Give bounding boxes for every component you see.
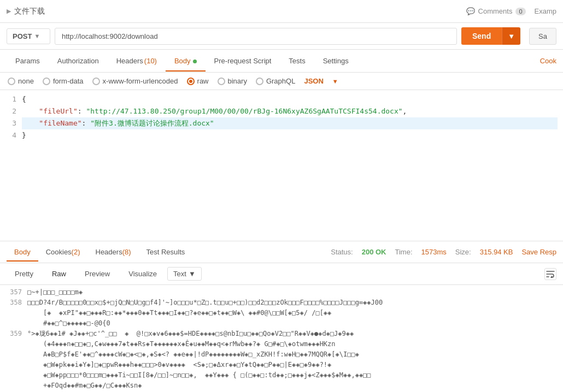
- option-raw[interactable]: raw: [187, 77, 209, 85]
- resp-line-357: 357 □~+|□□□_□□□□m◈: [0, 287, 563, 298]
- line-num-2: 2: [8, 105, 16, 117]
- tab-params[interactable]: Params: [7, 51, 49, 72]
- status-value: 200 OK: [362, 248, 386, 256]
- response-content[interactable]: 357 □~+|□□□_□□□□m◈ 358 □□□D?4r/B□□□□□0□□…: [0, 285, 563, 392]
- example-label[interactable]: Examp: [535, 7, 556, 15]
- request-tabs: Params Authorization Headers(10) Body Pr…: [0, 50, 563, 73]
- editor-content: 1 2 3 4 { "fileUrl": "http://47.113.80.2…: [0, 90, 563, 145]
- url-bar: POST ▼ Send ▼ Sa: [0, 23, 563, 50]
- send-dropdown-button[interactable]: ▼: [502, 27, 520, 45]
- view-tab-visualize[interactable]: Visualize: [120, 266, 165, 281]
- method-label: POST: [13, 32, 32, 40]
- tab-tests[interactable]: Tests: [280, 51, 314, 72]
- status-info: Status: 200 OK Time: 1573ms Size: 315.94…: [331, 248, 556, 256]
- comments-label: Comments: [478, 7, 513, 15]
- option-urlencoded[interactable]: x-www-form-urlencoded: [92, 77, 178, 85]
- comment-icon: 💬: [466, 7, 475, 15]
- main-layout: POST ▼ Send ▼ Sa Params Authorization He…: [0, 23, 563, 392]
- line-num-3: 3: [8, 117, 16, 129]
- code-line-1: {: [22, 93, 558, 105]
- view-tab-pretty[interactable]: Pretty: [7, 266, 42, 281]
- line-num-4: 4: [8, 129, 16, 141]
- response-section: Body Cookies(2) Headers(8) Test Results …: [0, 241, 563, 392]
- breadcrumb: ▶ 文件下载: [7, 7, 45, 16]
- comments-button[interactable]: 💬 Comments 0: [466, 7, 526, 15]
- option-form-data[interactable]: form-data: [43, 77, 84, 85]
- view-tab-preview[interactable]: Preview: [77, 266, 118, 281]
- editor-area[interactable]: 1 2 3 4 { "fileUrl": "http://47.113.80.2…: [0, 90, 563, 241]
- resp-tab-cookies[interactable]: Cookies(2): [38, 243, 88, 262]
- resp-tab-headers[interactable]: Headers(8): [88, 243, 139, 262]
- option-binary[interactable]: binary: [218, 77, 247, 85]
- top-bar-actions: 💬 Comments 0 Examp: [466, 7, 556, 15]
- code-line-4: }: [22, 129, 558, 141]
- code-lines: { "fileUrl": "http://47.113.80.250/group…: [22, 93, 563, 141]
- response-tabs-row: Body Cookies(2) Headers(8) Test Results …: [0, 241, 563, 263]
- radio-none: [8, 78, 15, 85]
- save-response-button[interactable]: Save Resp: [521, 248, 556, 256]
- json-dropdown-icon[interactable]: ▼: [332, 78, 338, 85]
- tab-body[interactable]: Body: [166, 51, 206, 72]
- radio-binary: [218, 78, 225, 85]
- tab-settings[interactable]: Settings: [314, 51, 357, 72]
- resp-line-358: 358 □□□D?4r/B□□□□□0□□x□$+□jQ□N□U□g□f4]'~…: [0, 298, 563, 329]
- method-select[interactable]: POST ▼: [7, 28, 50, 44]
- radio-graphql: [256, 78, 263, 85]
- view-tabs-row: Pretty Raw Preview Visualize Text ▼: [0, 263, 563, 285]
- comments-badge: 0: [515, 8, 525, 15]
- collapse-arrow-icon[interactable]: ▶: [7, 8, 11, 15]
- text-format-dropdown[interactable]: Text ▼: [167, 267, 202, 281]
- wrap-lines-button[interactable]: [544, 268, 556, 280]
- size-value: 315.94 KB: [480, 248, 513, 256]
- time-value: 1573ms: [421, 248, 447, 256]
- radio-raw: [187, 78, 195, 85]
- json-format-label: JSON: [304, 77, 323, 85]
- line-num-1: 1: [8, 93, 16, 105]
- save-button[interactable]: Sa: [529, 28, 556, 45]
- body-options: none form-data x-www-form-urlencoded raw…: [0, 73, 563, 90]
- tab-headers[interactable]: Headers(10): [108, 51, 166, 72]
- line-numbers: 1 2 3 4: [0, 93, 22, 141]
- url-input[interactable]: [55, 28, 457, 45]
- tab-authorization[interactable]: Authorization: [49, 51, 108, 72]
- method-dropdown-icon: ▼: [34, 33, 40, 39]
- tab-cookies[interactable]: Cook: [540, 57, 556, 65]
- page-title: 文件下载: [14, 7, 45, 16]
- top-bar: ▶ 文件下载 💬 Comments 0 Examp: [0, 0, 563, 23]
- code-line-3: "fileName": "附件3.微博话题讨论操作流程.docx": [22, 117, 558, 129]
- resp-line-359: 359 °>◈珑6◈◈1# ◈J◈◈+□c'^_□□ ◈ @!□x◈v◈6◈◈◈…: [0, 329, 563, 391]
- text-dropdown-icon: ▼: [189, 270, 196, 278]
- send-button[interactable]: Send: [461, 27, 502, 45]
- view-tab-raw[interactable]: Raw: [44, 266, 74, 281]
- resp-tab-body[interactable]: Body: [7, 243, 38, 262]
- send-button-group: Send ▼: [461, 27, 520, 45]
- tab-pre-request[interactable]: Pre-request Script: [206, 51, 280, 72]
- option-none[interactable]: none: [8, 77, 34, 85]
- option-graphql[interactable]: GraphQL: [256, 77, 295, 85]
- resp-tab-test-results[interactable]: Test Results: [139, 243, 193, 262]
- radio-form-data: [43, 78, 50, 85]
- radio-urlencoded: [92, 78, 100, 85]
- code-line-2: "fileUrl": "http://47.113.80.250/group1/…: [22, 105, 558, 117]
